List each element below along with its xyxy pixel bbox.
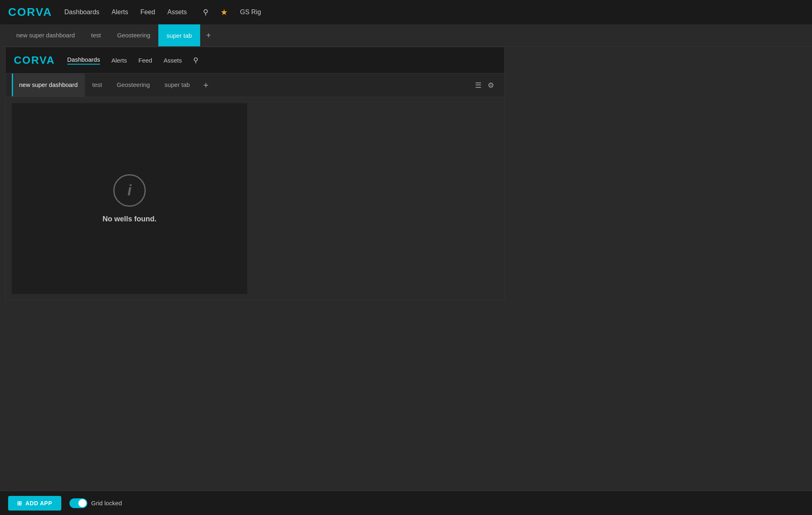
nav-link-feed[interactable]: Feed [140,9,155,16]
inner-navbar: CORVA Dashboards Alerts Feed Assets ⚲ [6,47,504,74]
top-tab-new-super-dashboard[interactable]: new super dashboard [8,24,83,46]
inner-nav-dashboards[interactable]: Dashboards [67,56,100,65]
top-logo: CORVA [8,6,52,19]
add-app-button[interactable]: ⊞ ADD APP [8,496,61,511]
filter-icon[interactable]: ☰ [475,81,482,90]
top-star-icon[interactable]: ★ [220,7,228,17]
top-tabs-bar: new super dashboard test Geosteering sup… [0,24,812,47]
nav-link-alerts[interactable]: Alerts [112,9,128,16]
inner-tabs-right-controls: ☰ ⚙ [475,74,498,97]
left-panel-no-wells: i No wells found. [12,103,247,294]
logo-text-rest: ORVA [17,6,52,18]
nav-link-assets[interactable]: Assets [167,9,187,16]
top-tab-test[interactable]: test [83,24,109,46]
settings-gear-icon[interactable]: ⚙ [488,81,494,90]
top-nav-links: Dashboards Alerts Feed Assets [65,9,187,16]
grid-locked-label: Grid locked [91,500,122,506]
inner-nav-links: Dashboards Alerts Feed Assets ⚲ [67,56,198,65]
inner-tab-geosteering[interactable]: Geosteering [109,74,157,97]
no-wells-message: No wells found. [103,215,157,223]
bottom-bar: ⊞ ADD APP Grid locked [0,491,812,515]
inner-nav-feed[interactable]: Feed [138,57,152,64]
inner-tab-add-button[interactable]: + [197,74,215,97]
top-tab-add-button[interactable]: + [200,24,217,46]
toggle-knob [78,499,86,507]
inner-tab-test[interactable]: test [85,74,109,97]
top-search-icon[interactable]: ⚲ [203,8,208,17]
inner-tab-super-tab[interactable]: super tab [157,74,197,97]
inner-tabs-bar: new super dashboard test Geosteering sup… [6,74,504,97]
inner-card: CORVA Dashboards Alerts Feed Assets ⚲ ne… [5,47,505,301]
add-app-label: ADD APP [26,500,52,506]
inner-logo: CORVA [14,54,55,67]
content-area: i No wells found. [6,97,504,300]
top-user-label[interactable]: GS Rig [240,9,261,16]
grid-locked-toggle[interactable] [69,498,87,508]
page-wrapper: CORVA Dashboards Alerts Feed Assets ⚲ ★ … [0,0,812,301]
inner-search-icon[interactable]: ⚲ [193,56,198,65]
inner-tab-new-super-dashboard[interactable]: new super dashboard [12,74,85,97]
top-tab-geosteering[interactable]: Geosteering [109,24,158,46]
inner-logo-rest: ORVA [22,54,55,66]
inner-nav-alerts[interactable]: Alerts [111,57,127,64]
grid-locked-toggle-container: Grid locked [69,498,122,508]
inner-nav-assets[interactable]: Assets [164,57,182,64]
add-app-icon: ⊞ [17,500,22,506]
nav-link-dashboards[interactable]: Dashboards [65,9,99,16]
inner-logo-accent: C [14,54,22,66]
top-tab-super-tab[interactable]: super tab [158,24,200,46]
top-navbar: CORVA Dashboards Alerts Feed Assets ⚲ ★ … [0,0,812,24]
logo-accent: C [8,6,17,18]
info-icon: i [113,174,146,207]
